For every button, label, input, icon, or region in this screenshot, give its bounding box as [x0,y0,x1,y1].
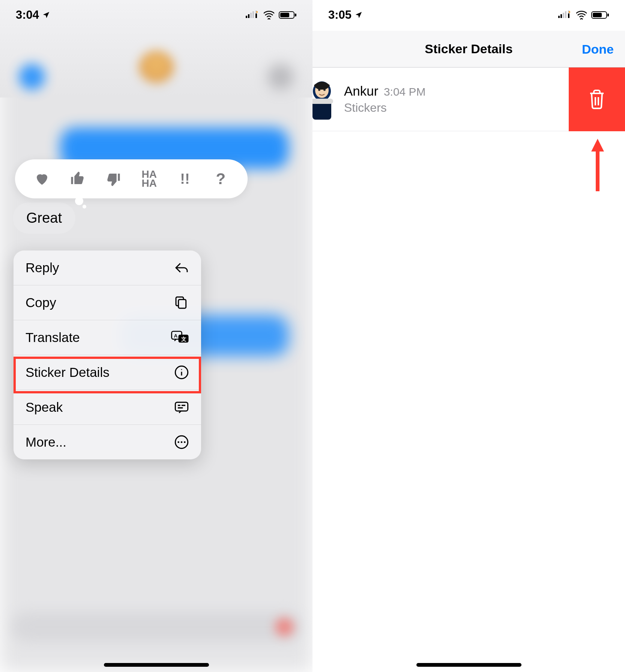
blurred-back-button [19,64,45,90]
menu-item-sticker-details[interactable]: Sticker Details [14,355,201,390]
sticker-thumbnail [312,77,335,122]
svg-rect-19 [178,405,180,406]
svg-rect-34 [593,13,602,17]
svg-rect-39 [312,99,333,104]
tapback-exclamation[interactable]: !! [174,168,196,190]
svg-point-25 [184,441,186,443]
home-indicator[interactable] [104,663,209,667]
sticker-sender-name: Ankur [344,84,378,98]
menu-item-reply[interactable]: Reply [14,250,201,285]
nav-title: Sticker Details [425,42,512,56]
svg-point-23 [177,441,179,443]
more-icon [174,435,189,450]
svg-rect-9 [295,14,296,16]
svg-rect-8 [280,13,289,17]
translate-icon: A 文 [171,330,189,345]
tapback-haha[interactable]: HA HA [138,168,161,190]
svg-rect-26 [558,16,560,18]
navigation-bar: Sticker Details Done [312,31,625,68]
svg-rect-10 [179,300,186,308]
menu-label: Speak [26,400,63,415]
battery-icon [279,10,297,20]
info-icon [174,365,189,380]
menu-label: Reply [26,260,59,275]
menu-label: Copy [26,295,56,310]
reply-icon [174,260,189,275]
tapback-heart[interactable] [31,168,53,190]
annotation-arrow [589,139,606,193]
blurred-video-button [267,64,294,90]
status-time-text: 3:04 [16,8,39,22]
blurred-avatar [138,51,174,86]
tapback-question[interactable]: ? [209,168,232,190]
tapback-tail [75,197,83,205]
tapback-tail [83,205,86,208]
sticker-meta: Ankur 3:04 PM Stickers [344,84,426,115]
svg-rect-18 [175,402,188,411]
copy-icon [174,295,189,310]
done-button[interactable]: Done [582,42,614,56]
svg-rect-35 [607,14,609,16]
status-bar: 3:04 [0,0,312,30]
svg-marker-44 [591,139,604,191]
battery-icon [591,10,609,20]
screenshot-right: 3:05 Sticker Details Done [312,0,625,672]
wifi-icon [264,10,274,20]
trash-icon [588,89,606,110]
svg-rect-1 [248,14,249,18]
svg-point-24 [181,441,183,443]
svg-rect-27 [560,14,562,18]
status-time: 3:04 [16,8,50,22]
tapback-thumbs-up[interactable] [66,168,89,190]
menu-label: Sticker Details [26,365,110,380]
dual-sim-signal-icon [246,10,259,20]
svg-point-32 [569,11,570,13]
menu-label: Translate [26,330,80,345]
menu-item-copy[interactable]: Copy [14,285,201,320]
status-right [246,10,297,20]
wifi-icon [576,10,587,20]
status-bar: 3:05 [312,0,625,30]
home-indicator[interactable] [416,663,521,667]
delete-button[interactable] [569,68,625,131]
svg-rect-0 [246,16,247,18]
tapback-bar: HA HA !! ? [15,159,248,198]
blurred-input-accent [275,618,294,636]
status-right [558,10,609,20]
svg-rect-28 [563,13,564,18]
svg-text:A: A [174,333,178,339]
svg-rect-21 [178,407,183,408]
blurred-input-bar [11,612,301,642]
context-menu: Reply Copy Translate A 文 Sticker Details… [14,250,201,459]
svg-rect-3 [252,11,254,18]
speak-icon [174,400,189,415]
message-bubble[interactable]: Great [13,202,75,234]
location-icon [42,11,50,19]
sticker-subtitle: Stickers [344,101,426,115]
menu-item-speak[interactable]: Speak [14,390,201,425]
svg-rect-29 [565,11,566,18]
screenshot-left: 3:04 HA HA !! ? Great Reply Copy [0,0,312,672]
svg-point-6 [256,11,258,13]
sticker-time: 3:04 PM [384,86,426,98]
menu-item-more[interactable]: More... [14,425,201,459]
dual-sim-signal-icon [558,10,572,20]
menu-item-translate[interactable]: Translate A 文 [14,320,201,355]
svg-point-17 [181,369,182,370]
location-icon [355,11,363,19]
svg-rect-20 [182,405,185,406]
svg-text:文: 文 [181,336,186,342]
tapback-thumbs-down[interactable] [102,168,125,190]
menu-label: More... [26,435,66,450]
status-time-text: 3:05 [328,8,352,22]
svg-rect-2 [250,13,252,18]
status-time: 3:05 [328,8,363,22]
